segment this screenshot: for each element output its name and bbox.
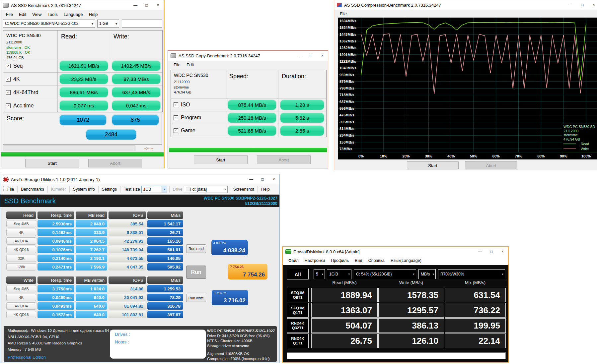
abort-button[interactable]: Abort xyxy=(257,155,311,164)
drives-notes-panel[interactable]: Drives : Notes : xyxy=(110,330,206,359)
svg-text:153MB/s: 153MB/s xyxy=(339,140,354,144)
titlebar[interactable]: AS SSD Copy-Benchmark 2.0.7316.34247 — □… xyxy=(168,51,328,61)
toolbar-file[interactable]: File xyxy=(6,187,15,192)
drives-label: Drives : xyxy=(115,332,130,337)
toolbar-settings[interactable]: Settings xyxy=(101,187,118,192)
checkbox-acctime[interactable]: ✓ xyxy=(6,103,11,108)
checkbox-game[interactable]: ✓ xyxy=(174,128,178,133)
abort-button[interactable]: Abort xyxy=(88,159,142,167)
toolbar-help[interactable]: Help xyxy=(260,187,271,192)
edition-link[interactable]: Professional Edition xyxy=(8,355,46,360)
table-row: 32K xyxy=(6,255,36,262)
menu-file[interactable]: File xyxy=(3,11,16,18)
maximize-icon[interactable]: □ xyxy=(486,247,497,256)
minimize-icon[interactable]: — xyxy=(246,174,257,184)
abort-button[interactable]: Abort xyxy=(465,161,517,169)
start-button[interactable]: Start xyxy=(407,161,459,169)
close-icon[interactable]: × xyxy=(497,247,508,256)
menu-view[interactable]: View xyxy=(29,11,44,18)
menu-help[interactable]: Help xyxy=(86,11,101,18)
compression-chart: 1604MB/s1524MB/s1443MB/s1362MB/s1282MB/s… xyxy=(338,18,597,159)
svg-text:50%: 50% xyxy=(470,154,477,158)
target-drive-select[interactable]: C: 54% (65/120GiB)▾ xyxy=(354,269,416,279)
mix-ratio-select[interactable]: R70%/W30%▾ xyxy=(438,269,505,279)
seq1m-q8t1-button[interactable]: SEQ1MQ8T1 xyxy=(287,288,309,302)
maximize-icon[interactable]: □ xyxy=(141,0,152,10)
menu-edit[interactable]: Edit xyxy=(184,62,197,68)
maximize-icon[interactable]: □ xyxy=(305,51,317,61)
toolbar-screenshot[interactable]: Screenshot xyxy=(232,187,256,192)
chevron-down-icon: ▾ xyxy=(348,273,350,276)
test-size-select[interactable]: 1GiB▾ xyxy=(327,269,351,279)
maximize-icon[interactable]: □ xyxy=(577,0,588,10)
menu-help[interactable]: Справка xyxy=(365,258,388,264)
toolbar-system-info[interactable]: System Info xyxy=(72,187,96,192)
checkbox-iso[interactable]: ✓ xyxy=(174,102,178,107)
menu-edit[interactable]: Edit xyxy=(16,11,29,18)
titlebar[interactable]: CrystalDiskMark 8.0.0 x64 [Admin] — □ × xyxy=(283,247,508,256)
menu-file[interactable]: Файл xyxy=(285,258,302,264)
start-button[interactable]: Start xyxy=(25,159,79,167)
checkbox-seq[interactable]: ✓ xyxy=(6,64,11,68)
start-button[interactable]: Start xyxy=(194,155,248,164)
all-button[interactable]: All xyxy=(287,269,309,279)
minimize-icon[interactable]: — xyxy=(294,51,305,61)
menu-settings[interactable]: Настройки xyxy=(302,258,328,264)
menu-view[interactable]: Вид xyxy=(352,258,365,264)
rnd4k-q32t1-read: 504.07 xyxy=(311,318,378,333)
svg-text:1121MB/s: 1121MB/s xyxy=(339,59,356,63)
menubar: File Edit xyxy=(168,61,328,69)
test-size-select[interactable]: 1GB ▾ xyxy=(141,186,167,193)
menu-tools[interactable]: Tools xyxy=(44,11,60,18)
run-read-button[interactable]: Run read xyxy=(186,244,206,253)
toolbar-benchmarks[interactable]: Benchmarks xyxy=(20,187,45,192)
seq1m-q1t1-button[interactable]: SEQ1MQ1T1 xyxy=(287,303,309,318)
rnd4k-q1t1-button[interactable]: RND4KQ1T1 xyxy=(287,334,309,348)
svg-text:40%: 40% xyxy=(447,154,455,158)
checkbox-4k64[interactable]: ✓ xyxy=(6,90,11,95)
unit-select[interactable]: MB/s▾ xyxy=(418,269,436,279)
menu-file[interactable]: File xyxy=(337,11,350,17)
close-icon[interactable]: × xyxy=(152,0,164,10)
menu-profile[interactable]: Профиль xyxy=(328,258,352,264)
titlebar[interactable]: AS SSD Benchmark 2.0.7316.34247 — □ × xyxy=(0,0,164,10)
close-icon[interactable]: × xyxy=(588,0,597,10)
test-size-select[interactable]: 1 GB ▾ xyxy=(97,20,119,28)
drive-select[interactable]: C: WDC PC SN530 SDBPNPZ-512G-102 ▾ xyxy=(3,20,95,28)
run-write-button[interactable]: Run write xyxy=(186,294,206,302)
drive-label: Drive xyxy=(172,187,184,192)
filter-input[interactable] xyxy=(122,20,162,28)
checkbox-4k[interactable]: ✓ xyxy=(6,77,11,82)
menu-language[interactable]: Язык(Language) xyxy=(388,258,424,264)
iso-speed-value: 875,44 MB/s xyxy=(228,100,276,110)
legend-driver: stornvme xyxy=(563,133,597,137)
resp-time-header: Resp. time xyxy=(37,276,74,284)
window-title: Anvil's Storage Utilities 1.1.0 (2014-Ja… xyxy=(11,177,246,182)
rnd4k-q32t1-button[interactable]: RND4KQ32T1 xyxy=(287,318,309,333)
test-count-select[interactable]: 5▾ xyxy=(314,269,325,279)
titlebar[interactable]: Anvil's Storage Utilities 1.1.0 (2014-Ja… xyxy=(0,174,279,184)
score-total: 2484 xyxy=(86,130,136,140)
titlebar[interactable]: AS SSD Compression-Benchmark 2.0.7316.34… xyxy=(334,0,597,10)
maximize-icon[interactable]: □ xyxy=(257,174,268,184)
checkbox-program[interactable]: ✓ xyxy=(174,115,178,120)
menu-file[interactable]: File xyxy=(171,62,184,68)
svg-text:1604MB/s: 1604MB/s xyxy=(339,19,356,23)
4k64-read-value: 886,61 MB/s xyxy=(60,88,108,97)
duration-column-header: Duration: xyxy=(278,70,326,98)
comment-input[interactable] xyxy=(287,352,506,359)
minimize-icon[interactable]: — xyxy=(475,247,486,256)
close-icon[interactable]: × xyxy=(268,174,279,184)
minimize-icon[interactable]: — xyxy=(565,0,577,10)
window-as-ssd-copy-benchmark: AS SSD Copy-Benchmark 2.0.7316.34247 — □… xyxy=(168,50,328,168)
drive-select[interactable]: d: [data] ▾ xyxy=(184,186,228,193)
seq-read-value: 1621,91 MB/s xyxy=(60,61,108,71)
chevron-down-icon: ▾ xyxy=(162,186,167,193)
toolbar-iometer[interactable]: IOmeter xyxy=(50,187,67,192)
menu-language[interactable]: Language xyxy=(61,11,86,18)
window-title: AS SSD Copy-Benchmark 2.0.7316.34247 xyxy=(179,53,294,58)
close-icon[interactable]: × xyxy=(317,51,328,61)
minimize-icon[interactable]: — xyxy=(130,0,141,10)
run-button[interactable]: Run xyxy=(186,266,206,279)
chevron-down-icon: ▾ xyxy=(90,22,95,26)
